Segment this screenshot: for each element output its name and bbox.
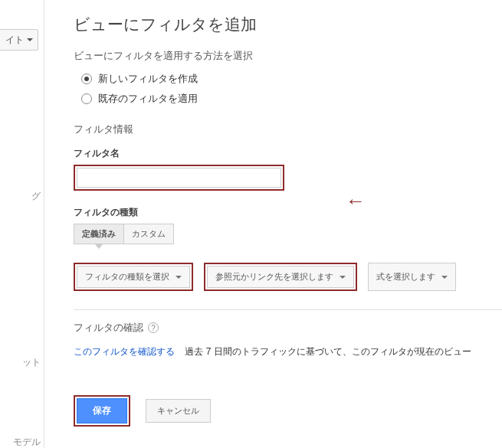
filter-name-highlight xyxy=(74,165,284,191)
sidebar-dropdown-label: イト xyxy=(5,34,24,47)
dropdown-filter-type[interactable]: フィルタの種類を選択 xyxy=(77,266,190,288)
button-row: 保存 キャンセル xyxy=(74,395,502,427)
radio-existing-filter[interactable]: 既存のフィルタを適用 xyxy=(81,92,502,106)
save-button[interactable]: 保存 xyxy=(77,398,127,423)
radio-create-filter[interactable]: 新しいフィルタを作成 xyxy=(81,72,502,86)
method-section-title: ビューにフィルタを適用する方法を選択 xyxy=(74,49,502,63)
filter-info-title: フィルタ情報 xyxy=(74,123,502,136)
help-icon[interactable]: ? xyxy=(148,322,159,333)
dropdown-row: フィルタの種類を選択 参照元かリンク先を選択します 式を選択します xyxy=(74,263,502,291)
dropdown-type-highlight: フィルタの種類を選択 xyxy=(74,263,193,291)
caret-down-icon xyxy=(27,38,33,41)
caret-down-icon xyxy=(176,276,182,279)
radio-existing-label: 既存のフィルタを適用 xyxy=(98,92,198,106)
caret-down-icon xyxy=(340,276,346,279)
radio-icon xyxy=(81,74,92,84)
sidebar: イト グ ット モデル xyxy=(0,0,44,448)
arrow-left-icon: ← xyxy=(346,189,366,213)
sidebar-item-t[interactable]: ット xyxy=(22,356,41,369)
filter-type-tabs: 定義済み カスタム xyxy=(74,224,502,244)
dropdown-expression[interactable]: 式を選択します xyxy=(368,263,456,291)
tab-defined[interactable]: 定義済み xyxy=(74,224,124,244)
dropdown-source[interactable]: 参照元かリンク先を選択します xyxy=(207,266,354,288)
dropdown-source-highlight: 参照元かリンク先を選択します xyxy=(204,263,357,291)
radio-icon xyxy=(81,93,92,104)
verify-row: このフィルタを確認する 過去 7 日間のトラフィックに基づいて、このフィルタが現… xyxy=(74,345,502,358)
verify-section-title: フィルタの確認 ? xyxy=(74,321,502,335)
filter-name-label: フィルタ名 xyxy=(74,147,502,160)
filter-name-input[interactable] xyxy=(77,168,281,188)
verify-filter-link[interactable]: このフィルタを確認する xyxy=(74,346,175,357)
sidebar-item-model[interactable]: モデル xyxy=(13,436,41,448)
main-content: ビューにフィルタを追加 ビューにフィルタを適用する方法を選択 新しいフィルタを作… xyxy=(44,0,502,448)
page-title: ビューにフィルタを追加 xyxy=(74,14,502,35)
divider xyxy=(74,309,502,310)
save-button-highlight: 保存 xyxy=(74,395,130,427)
caret-down-icon xyxy=(441,276,448,279)
tab-custom[interactable]: カスタム xyxy=(124,224,174,244)
cancel-button[interactable]: キャンセル xyxy=(146,399,211,423)
verify-description: 過去 7 日間のトラフィックに基づいて、このフィルタが現在のビュー xyxy=(185,346,471,357)
radio-create-label: 新しいフィルタを作成 xyxy=(98,72,198,86)
sidebar-dropdown[interactable]: イト xyxy=(0,29,38,51)
filter-type-label: フィルタの種類 xyxy=(74,206,502,219)
sidebar-item-g[interactable]: グ xyxy=(31,190,41,203)
